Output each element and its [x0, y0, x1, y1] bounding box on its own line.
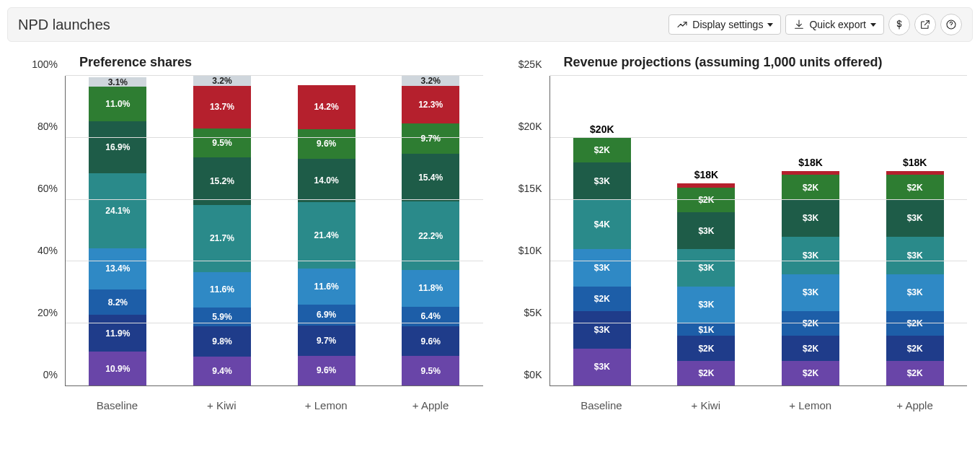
- bar-segment[interactable]: $2K: [886, 361, 944, 385]
- revenue-settings-button[interactable]: [888, 14, 910, 35]
- chart-title: Revenue projections (assuming 1,000 unit…: [564, 55, 968, 70]
- x-tick-label: + Lemon: [297, 399, 355, 411]
- plot-area[interactable]: 10.9%11.9%8.2%13.4%24.1%16.9%11.0%3.1%9.…: [65, 76, 483, 386]
- bar-segment[interactable]: $3K: [782, 237, 839, 274]
- bar-segment[interactable]: $3K: [677, 287, 735, 323]
- bar-segment[interactable]: 21.4%: [298, 202, 356, 269]
- y-tick-label: 0%: [43, 369, 58, 380]
- bar-segment[interactable]: $3K: [573, 349, 631, 385]
- bar-segment[interactable]: $3K: [573, 162, 631, 199]
- grid-line: [550, 199, 968, 200]
- bar-segment[interactable]: 14.2%: [298, 85, 356, 129]
- bar-segment[interactable]: $3K: [573, 311, 631, 348]
- quick-export-label: Quick export: [809, 19, 866, 30]
- grid-line: [550, 137, 968, 138]
- bar-segment[interactable]: $2K: [886, 311, 944, 336]
- bar-segment[interactable]: 9.4%: [193, 357, 251, 385]
- x-tick-label: + Kiwi: [677, 399, 735, 411]
- header-bar: NPD launches Display settings Quick expo…: [7, 7, 973, 42]
- bar-segment[interactable]: $2K: [677, 361, 735, 385]
- y-tick-label: 20%: [37, 307, 58, 318]
- bar-segment[interactable]: 21.7%: [193, 205, 251, 272]
- bar-segment[interactable]: $2K: [782, 361, 839, 385]
- bar-segment[interactable]: $2K: [573, 287, 631, 311]
- chart-revenue-projections: Revenue projections (assuming 1,000 unit…: [498, 55, 968, 411]
- bar-segment[interactable]: 3.1%: [89, 77, 146, 87]
- bar-segment[interactable]: 24.1%: [89, 173, 146, 248]
- bar-segment[interactable]: 9.6%: [298, 356, 356, 385]
- bar-segment[interactable]: 3.2%: [193, 76, 251, 86]
- bar-column[interactable]: 9.5%9.6%6.4%11.8%22.2%15.4%9.7%12.3%3.2%: [402, 76, 459, 385]
- bar-segment[interactable]: $3K: [886, 274, 944, 311]
- bar-segment[interactable]: $3K: [886, 237, 944, 274]
- bar-segment[interactable]: 11.9%: [89, 315, 146, 352]
- bar-segment[interactable]: 11.0%: [89, 87, 146, 121]
- x-tick-label: Baseline: [573, 399, 630, 411]
- bar-segment[interactable]: 11.6%: [298, 269, 356, 305]
- bar-segment[interactable]: 8.2%: [89, 289, 146, 315]
- display-settings-button[interactable]: Display settings: [668, 14, 781, 35]
- bar-segment[interactable]: 13.4%: [89, 248, 146, 289]
- x-tick-label: + Apple: [886, 399, 944, 411]
- grid-line: [66, 199, 483, 200]
- bar-column[interactable]: $3K$3K$2K$3K$4K$3K$2K$20K: [573, 76, 631, 385]
- bar-segment[interactable]: $3K: [782, 200, 839, 237]
- open-external-button[interactable]: [914, 14, 936, 35]
- bar-segment[interactable]: 9.6%: [298, 129, 356, 159]
- chart-area: $0K$5K$10K$15K$20K$25K $3K$3K$2K$3K$4K$3…: [498, 76, 968, 386]
- bar-segment[interactable]: 12.3%: [402, 86, 459, 124]
- x-tick-label: + Lemon: [782, 399, 839, 411]
- bar-segment[interactable]: 22.2%: [402, 201, 459, 270]
- bar-total-label: $20K: [590, 123, 614, 135]
- y-tick-label: 80%: [37, 121, 58, 132]
- bar-segment[interactable]: 11.8%: [402, 270, 459, 307]
- bar-column[interactable]: $2K$2K$2K$3K$3K$3K$2K$18K: [782, 76, 839, 385]
- page-title: NPD launches: [18, 17, 110, 33]
- bar-column[interactable]: $2K$2K$2K$3K$3K$3K$2K$18K: [886, 76, 944, 385]
- bar-segment[interactable]: $2K: [573, 138, 631, 162]
- bar-segment[interactable]: 9.5%: [402, 356, 459, 385]
- bar-segment[interactable]: $2K: [886, 175, 944, 199]
- bar-segment[interactable]: 13.7%: [193, 86, 251, 128]
- grid-line: [550, 75, 968, 76]
- display-settings-label: Display settings: [692, 19, 763, 30]
- bar-segment[interactable]: 9.8%: [193, 326, 251, 357]
- bar-segment[interactable]: 11.6%: [193, 272, 251, 308]
- bar-segment[interactable]: $3K: [886, 200, 944, 237]
- bar-segment[interactable]: 9.7%: [298, 326, 356, 356]
- bar-segment[interactable]: $2K: [782, 311, 839, 336]
- help-button[interactable]: [940, 14, 962, 35]
- bar-segment[interactable]: $2K: [677, 188, 735, 212]
- bar-column[interactable]: 9.6%9.7%6.9%11.6%21.4%14.0%9.6%14.2%: [298, 76, 356, 385]
- bar-segment[interactable]: $2K: [886, 336, 944, 360]
- bar-segment[interactable]: $2K: [782, 175, 839, 199]
- bar-segment[interactable]: 15.2%: [193, 157, 251, 204]
- bar-segment[interactable]: 14.0%: [298, 159, 356, 202]
- bar-segment[interactable]: $2K: [677, 336, 735, 360]
- plot-area[interactable]: $3K$3K$2K$3K$4K$3K$2K$20K$2K$2K$1K$3K$3K…: [549, 76, 968, 386]
- quick-export-button[interactable]: Quick export: [785, 14, 884, 35]
- bar-column[interactable]: $2K$2K$1K$3K$3K$3K$2K$18K: [677, 76, 735, 385]
- bar-segment[interactable]: $4K: [573, 200, 631, 250]
- bar-column[interactable]: 9.4%9.8%5.9%11.6%21.7%15.2%9.5%13.7%3.2%: [193, 76, 251, 385]
- bar-segment[interactable]: $3K: [573, 249, 631, 286]
- bar-segment[interactable]: $3K: [782, 274, 839, 311]
- bar-segment[interactable]: 16.9%: [89, 121, 146, 174]
- line-chart-icon: [676, 19, 688, 30]
- bar-segment[interactable]: 10.9%: [89, 352, 146, 385]
- bar-segment[interactable]: $1K: [677, 323, 735, 336]
- bar-segment[interactable]: $3K: [677, 249, 735, 286]
- bar-segment[interactable]: $2K: [782, 336, 839, 360]
- bar-segment[interactable]: 9.6%: [402, 326, 459, 356]
- bar-segment[interactable]: $3K: [677, 212, 735, 249]
- y-tick-label: $25K: [518, 58, 542, 70]
- bar-segment[interactable]: 15.4%: [402, 154, 459, 201]
- bar-segment[interactable]: 9.7%: [402, 123, 459, 154]
- x-tick-label: Baseline: [88, 399, 146, 411]
- y-tick-label: $15K: [518, 183, 542, 194]
- open-external-icon: [919, 19, 931, 30]
- download-icon: [793, 19, 805, 30]
- bar-segment[interactable]: 3.2%: [402, 76, 459, 86]
- bar-column[interactable]: 10.9%11.9%8.2%13.4%24.1%16.9%11.0%3.1%: [89, 76, 146, 385]
- bar-segment[interactable]: 9.5%: [193, 128, 251, 158]
